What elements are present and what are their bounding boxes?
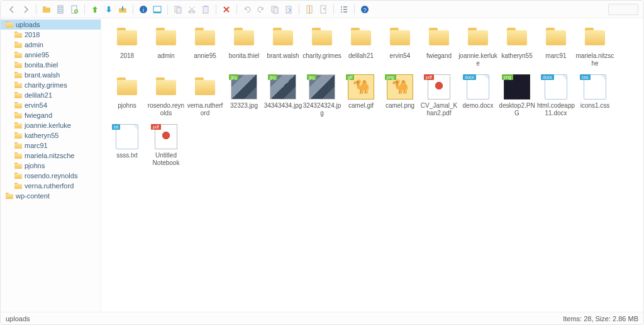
grid-item[interactable]: jpg34343434.jpg (264, 74, 303, 117)
item-thumbnail: txt (112, 124, 142, 149)
grid-item[interactable]: annie95 (186, 25, 225, 67)
grid-item[interactable]: delilah21 (341, 25, 380, 67)
grid-item[interactable]: jpg324324324.jpg (303, 74, 341, 117)
grid-item[interactable]: pdfCV_Jamal_Khan2.pdf (419, 74, 458, 117)
grid-item[interactable]: charity.grimes (303, 25, 341, 67)
tree-item[interactable]: uploads (1, 20, 101, 30)
tree-item[interactable]: marc91 (1, 140, 101, 151)
grid-item[interactable]: ervin54 (380, 25, 419, 67)
tree-label: bonita.thiel (25, 61, 58, 69)
tree-item[interactable]: ervin54 (1, 100, 101, 110)
grid-item[interactable]: admin (147, 25, 186, 67)
item-label: camel.png (380, 102, 419, 110)
help-icon[interactable]: ? (358, 3, 371, 16)
tree-item[interactable]: admin (1, 40, 101, 50)
redo-icon[interactable] (255, 3, 267, 16)
grid-item[interactable]: fwiegand (419, 25, 458, 67)
search-input[interactable] (608, 4, 638, 15)
delete-icon[interactable] (220, 3, 233, 16)
grid-item[interactable]: pjohns (108, 74, 147, 117)
tree-item[interactable]: 2018 (1, 30, 101, 40)
copy2-icon[interactable] (269, 3, 281, 16)
cut-icon[interactable] (186, 3, 198, 16)
tree-item[interactable]: brant.walsh (1, 70, 101, 80)
toolbar: i? (1, 1, 643, 18)
folder-icon (14, 162, 22, 169)
grid-item[interactable]: docxdemo.docx (458, 74, 497, 117)
list-icon[interactable] (338, 3, 350, 16)
tree-item[interactable]: mariela.nitzsche (1, 151, 101, 161)
tree-item[interactable]: rosendo.reynolds (1, 171, 101, 181)
tree-item[interactable]: delilah21 (1, 90, 101, 100)
item-thumbnail (307, 25, 337, 50)
grid-item[interactable]: 2018 (108, 25, 147, 67)
tree-item[interactable]: charity.grimes (1, 80, 101, 90)
tree-item[interactable]: katheryn55 (1, 130, 101, 140)
tree-item[interactable]: bonita.thiel (1, 60, 101, 70)
forward-icon[interactable] (19, 3, 32, 16)
grid-item[interactable]: brant.walsh (264, 25, 303, 67)
ext-badge: jpg (229, 74, 238, 80)
tree-label: annie95 (25, 51, 49, 59)
archive-icon[interactable] (303, 3, 316, 16)
copy-icon[interactable] (172, 3, 184, 16)
folder-icon (14, 142, 22, 149)
paste-icon[interactable] (199, 3, 212, 16)
grid-item[interactable]: mariela.nitzsche (575, 25, 614, 67)
separator (299, 4, 299, 14)
grid-item[interactable]: bonita.thiel (225, 25, 264, 67)
info-icon[interactable]: i (137, 3, 150, 16)
move-icon[interactable] (282, 3, 295, 16)
tree-item[interactable]: fwiegand (1, 110, 101, 120)
folder-icon (14, 62, 22, 68)
tree-label: wp-content (16, 192, 50, 200)
folder-icon[interactable] (40, 3, 53, 16)
tree-item[interactable]: annie95 (1, 50, 101, 60)
preview-icon[interactable] (151, 3, 164, 16)
svg-text:i: i (143, 7, 144, 13)
document-icon[interactable] (54, 3, 67, 16)
grid-item[interactable]: gifcamel.gif (341, 74, 380, 117)
item-label: verna.rutherford (186, 102, 225, 117)
download-icon[interactable] (103, 3, 115, 16)
item-thumbnail (346, 25, 376, 50)
item-thumbnail: docx (541, 74, 571, 100)
folder-icon (14, 82, 22, 88)
item-label: charity.grimes (303, 52, 341, 60)
grid-item[interactable]: pdfUntitled Notebook (147, 124, 186, 166)
tree-item[interactable]: pjohns (1, 161, 101, 171)
grid-item[interactable]: marc91 (536, 25, 575, 67)
tree-label: katheryn55 (25, 132, 58, 139)
tree-item[interactable]: verna.rutherford (1, 181, 101, 191)
grid-item[interactable]: txtssss.txt (108, 124, 147, 166)
item-label: 34343434.jpg (264, 102, 303, 110)
ext-badge: txt (112, 124, 120, 130)
new-icon[interactable] (68, 3, 80, 16)
grid-item[interactable]: katheryn55 (497, 25, 536, 67)
extract-icon[interactable] (317, 3, 330, 16)
back-icon[interactable] (6, 3, 18, 16)
item-thumbnail (229, 25, 259, 50)
tree-item[interactable]: joannie.kerluke (1, 120, 101, 130)
item-thumbnail (424, 25, 454, 50)
ext-badge: docx (541, 74, 554, 80)
ext-badge: css (580, 74, 591, 80)
tree-item[interactable]: wp-content (1, 191, 101, 201)
grid-item[interactable]: docxhtml.codeapp11.docx (536, 74, 575, 117)
grid-item[interactable]: joannie.kerluke (458, 25, 497, 67)
file-grid: 2018adminannie95bonita.thielbrant.walshc… (101, 18, 643, 312)
download-folder-icon[interactable] (116, 3, 129, 16)
svg-rect-1 (43, 6, 46, 8)
grid-item[interactable]: rosendo.reynolds (147, 74, 186, 117)
item-thumbnail (268, 25, 298, 50)
grid-item[interactable]: pngcamel.png (380, 74, 419, 117)
grid-item[interactable]: pngdesktop2.PNG (497, 74, 536, 117)
undo-icon[interactable] (241, 3, 253, 16)
item-thumbnail: jpg (229, 74, 259, 100)
grid-item[interactable]: verna.rutherford (186, 74, 225, 117)
grid-item[interactable]: jpg32323.jpg (225, 74, 264, 117)
tree-label: rosendo.reynolds (25, 172, 77, 180)
grid-item[interactable]: cssicons1.css (575, 74, 614, 117)
folder-icon (14, 31, 22, 38)
upload-icon[interactable] (89, 3, 101, 16)
